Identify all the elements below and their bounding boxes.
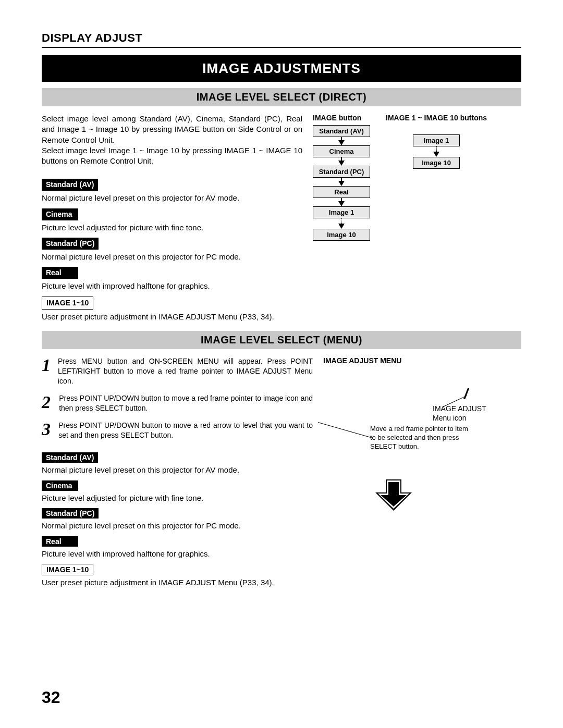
mode-label: Cinema bbox=[42, 208, 78, 220]
menu-icon-label: IMAGE ADJUST Menu icon bbox=[433, 404, 506, 423]
mode-label: Cinema bbox=[42, 480, 78, 491]
mode-item: Standard (PC) Normal picture level prese… bbox=[42, 232, 302, 262]
mode-item: IMAGE 1~10 User preset picture adjustmen… bbox=[42, 291, 302, 322]
mode-desc: Picture level adjusted for picture with … bbox=[42, 493, 313, 503]
mode-desc: Normal picture level preset on this proj… bbox=[42, 252, 302, 262]
mode-label: Standard (PC) bbox=[42, 238, 99, 250]
mode-item: IMAGE 1~10 User preset picture adjustmen… bbox=[42, 559, 313, 588]
mode-desc: Picture level adjusted for picture with … bbox=[42, 223, 302, 233]
mode-label: Real bbox=[42, 536, 78, 547]
section-header: DISPLAY ADJUST bbox=[42, 31, 521, 48]
diagram-box: Standard (PC) bbox=[313, 166, 370, 178]
mode-label: Standard (AV) bbox=[42, 179, 98, 191]
mode-item: Standard (PC) Normal picture level prese… bbox=[42, 503, 313, 531]
mode-item: Real Picture level with improved halfton… bbox=[42, 262, 302, 291]
mode-item: Cinema Picture level adjusted for pictur… bbox=[42, 203, 302, 232]
step-text: Press POINT UP/DOWN button to move a red… bbox=[58, 421, 313, 440]
mode-label: Real bbox=[42, 267, 78, 279]
diagram-column-image-button: IMAGE button Standard (AV) Cinema Standa… bbox=[313, 114, 370, 241]
diagram-box: Image 1 bbox=[413, 134, 460, 146]
mode-desc: Normal picture level preset on this proj… bbox=[42, 193, 302, 203]
diagram-box: Image 1 bbox=[313, 206, 370, 218]
diagram-box: Image 10 bbox=[313, 229, 370, 241]
mode-item: Real Picture level with improved halfton… bbox=[42, 531, 313, 559]
diagram-box: Standard (AV) bbox=[313, 125, 370, 137]
step-number: 2 bbox=[42, 393, 52, 413]
diagram-box: Cinema bbox=[313, 145, 370, 157]
step-number: 1 bbox=[42, 356, 51, 386]
diagram-box: Real bbox=[313, 186, 370, 198]
step-item: 2 Press POINT UP/DOWN button to move a r… bbox=[42, 393, 313, 413]
mode-label: Standard (PC) bbox=[42, 508, 99, 519]
diagram-title: IMAGE 1 ~ IMAGE 10 buttons bbox=[386, 114, 487, 131]
diagram-box: Image 10 bbox=[413, 157, 460, 169]
subsection-title-direct: IMAGE LEVEL SELECT (DIRECT) bbox=[42, 88, 521, 106]
step-text: Press POINT UP/DOWN button to move a red… bbox=[59, 393, 313, 413]
step-item: 3 Press POINT UP/DOWN button to move a r… bbox=[42, 421, 313, 440]
mode-item: Standard (AV) Normal picture level prese… bbox=[42, 174, 302, 203]
menu-diagram: / IMAGE ADJUST Menu icon Move a red fram… bbox=[323, 380, 521, 469]
mode-desc: Picture level with improved halftone for… bbox=[42, 549, 313, 559]
arrow-dotted-down-icon bbox=[341, 218, 342, 224]
callout-text: Move a red frame pointer to item to be s… bbox=[370, 425, 474, 451]
subsection-title-menu: IMAGE LEVEL SELECT (MENU) bbox=[42, 331, 521, 349]
mode-label: Standard (AV) bbox=[42, 452, 98, 463]
mode-label: IMAGE 1~10 bbox=[42, 564, 93, 575]
big-arrow-down-icon bbox=[375, 479, 412, 511]
mode-label: IMAGE 1~10 bbox=[42, 297, 93, 310]
step-text: Press MENU button and ON-SCREEN MENU wil… bbox=[58, 356, 313, 386]
main-banner: IMAGE ADJUSTMENTS bbox=[42, 55, 521, 82]
diagram-column-image-number-buttons: IMAGE 1 ~ IMAGE 10 buttons Image 1 Image… bbox=[386, 114, 487, 169]
mode-desc: Normal picture level preset on this proj… bbox=[42, 465, 313, 475]
step-number: 3 bbox=[42, 421, 51, 440]
mode-desc: Normal picture level preset on this proj… bbox=[42, 521, 313, 531]
page-number: 32 bbox=[42, 688, 60, 707]
diagram-title: IMAGE button bbox=[313, 114, 370, 122]
arrow-dotted-down-icon bbox=[436, 146, 437, 152]
mode-item: Cinema Picture level adjusted for pictur… bbox=[42, 475, 313, 503]
mode-desc: User preset picture adjustment in IMAGE … bbox=[42, 577, 313, 588]
mode-item: Standard (AV) Normal picture level prese… bbox=[42, 447, 313, 475]
intro-paragraph: Select image level among Standard (AV), … bbox=[42, 114, 302, 166]
menu-diagram-title: IMAGE ADJUST MENU bbox=[323, 356, 521, 365]
step-item: 1 Press MENU button and ON-SCREEN MENU w… bbox=[42, 356, 313, 386]
menu-icon-placeholder-icon: / bbox=[464, 386, 468, 402]
mode-desc: Picture level with improved halftone for… bbox=[42, 281, 302, 291]
mode-desc: User preset picture adjustment in IMAGE … bbox=[42, 312, 302, 322]
